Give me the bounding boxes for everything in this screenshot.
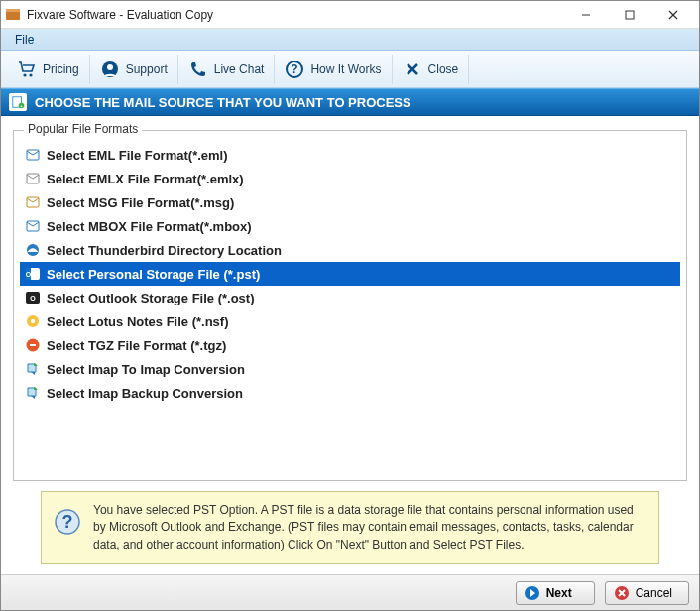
outlook-ost-icon: O [25, 290, 41, 306]
format-option[interactable]: Select Imap Backup Conversion [20, 381, 680, 405]
eml-icon [25, 147, 41, 163]
format-option-label: Select EMLX File Format(*.emlx) [47, 172, 244, 186]
svg-text:?: ? [62, 512, 73, 532]
toolbar-howitworks[interactable]: ? How It Works [275, 55, 392, 84]
toolbar-support-label: Support [126, 62, 168, 76]
info-panel: ? You have selected PST Option. A PST fi… [41, 491, 659, 564]
format-option-label: Select Personal Storage File (*.pst) [47, 267, 260, 282]
format-option-label: Select Imap To Imap Conversion [47, 362, 245, 377]
svg-point-7 [29, 73, 32, 76]
next-button[interactable]: Next [516, 581, 595, 605]
emlx-icon [25, 171, 41, 186]
info-text: You have selected PST Option. A PST file… [93, 502, 646, 553]
thunderbird-icon [25, 242, 41, 258]
svg-point-6 [23, 73, 26, 76]
window-title: Fixvare Software - Evaluation Copy [27, 8, 564, 22]
svg-point-9 [107, 64, 113, 70]
format-option-label: Select Thunderbird Directory Location [47, 243, 282, 258]
imap-sync-icon [25, 361, 41, 377]
format-option[interactable]: OSelect Outlook Storage File (*.ost) [20, 286, 680, 309]
info-icon: ? [54, 508, 81, 536]
toolbar-pricing-label: Pricing [43, 62, 79, 76]
format-option[interactable]: Select MSG File Format(*.msg) [20, 190, 680, 214]
window: Fixvare Software - Evaluation Copy File … [0, 0, 700, 611]
cancel-icon [614, 585, 630, 601]
format-option[interactable]: OSelect Personal Storage File (*.pst) [20, 262, 680, 286]
svg-text:O: O [26, 271, 32, 278]
toolbar-howitworks-label: How It Works [310, 62, 381, 76]
maximize-button[interactable] [608, 2, 651, 28]
format-option[interactable]: Select EML File Format(*.eml) [20, 143, 680, 167]
question-icon: ? [285, 60, 304, 79]
toolbar-close[interactable]: Close [393, 55, 470, 84]
menu-file[interactable]: File [7, 31, 42, 49]
format-option[interactable]: Select TGZ File Format (*.tgz) [20, 333, 680, 357]
format-option-label: Select EML File Format(*.eml) [47, 148, 228, 163]
toolbar-pricing[interactable]: Pricing [7, 55, 90, 84]
formats-group-legend: Popular File Formats [24, 122, 142, 136]
format-option[interactable]: Select EMLX File Format(*.emlx) [20, 167, 680, 190]
format-option-label: Select MBOX File Format(*.mbox) [47, 219, 252, 234]
section-header-icon: + [9, 93, 27, 111]
app-icon [5, 7, 21, 23]
lotus-notes-icon [25, 313, 41, 329]
minimize-button[interactable] [564, 2, 608, 28]
titlebar: Fixvare Software - Evaluation Copy [1, 1, 699, 29]
toolbar-close-label: Close [428, 62, 459, 76]
format-list: Select EML File Format(*.eml)Select EMLX… [20, 143, 680, 405]
format-option[interactable]: Select MBOX File Format(*.mbox) [20, 214, 680, 238]
close-icon [403, 60, 422, 79]
format-option-label: Select Lotus Notes File (*.nsf) [47, 314, 228, 329]
tgz-icon [25, 337, 41, 353]
format-option[interactable]: Select Imap To Imap Conversion [20, 357, 680, 381]
phone-icon [188, 60, 208, 79]
svg-text:?: ? [292, 62, 298, 76]
section-header: + CHOOSE THE MAIL SOURCE THAT YOU WANT T… [1, 88, 699, 116]
format-option-label: Select Imap Backup Conversion [47, 386, 243, 401]
next-button-label: Next [546, 586, 572, 600]
toolbar-livechat[interactable]: Live Chat [178, 55, 276, 84]
msg-icon [25, 194, 41, 210]
svg-rect-1 [6, 9, 20, 12]
outlook-pst-icon: O [25, 266, 41, 282]
headset-icon [100, 60, 120, 79]
imap-backup-icon [25, 385, 41, 401]
svg-point-28 [31, 319, 35, 323]
toolbar-support[interactable]: Support [90, 55, 178, 84]
menubar: File [1, 29, 699, 51]
cancel-button-label: Cancel [636, 586, 672, 600]
mbox-icon [25, 218, 41, 234]
svg-rect-30 [30, 344, 36, 346]
format-option-label: Select Outlook Storage File (*.ost) [47, 291, 254, 306]
arrow-right-icon [525, 585, 540, 601]
toolbar: Pricing Support Live Chat ? How It Works… [1, 51, 699, 88]
cart-icon [17, 60, 37, 79]
format-option-label: Select TGZ File Format (*.tgz) [47, 338, 226, 353]
section-header-text: CHOOSE THE MAIL SOURCE THAT YOU WANT TO … [35, 95, 411, 110]
format-option[interactable]: Select Thunderbird Directory Location [20, 238, 680, 262]
footer: Next Cancel [1, 574, 699, 610]
close-window-button[interactable] [651, 2, 695, 28]
svg-text:+: + [20, 103, 23, 108]
svg-text:O: O [30, 295, 36, 302]
cancel-button[interactable]: Cancel [605, 581, 689, 605]
formats-group: Popular File Formats Select EML File For… [13, 130, 687, 481]
svg-rect-3 [626, 11, 634, 19]
format-option-label: Select MSG File Format(*.msg) [47, 195, 234, 210]
content: Popular File Formats Select EML File For… [1, 116, 699, 574]
format-option[interactable]: Select Lotus Notes File (*.nsf) [20, 309, 680, 333]
toolbar-livechat-label: Live Chat [214, 62, 265, 76]
